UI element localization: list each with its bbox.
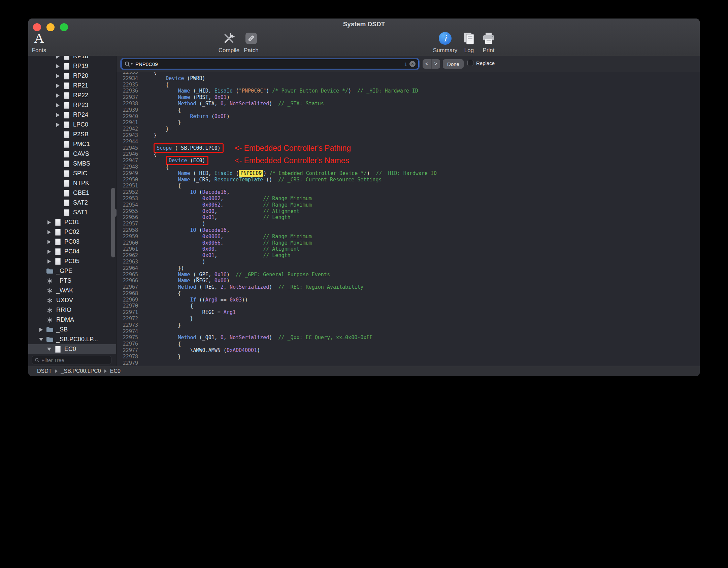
disclosure-triangle-collapsed[interactable] <box>54 103 62 107</box>
tree-item-label: RP22 <box>73 92 88 99</box>
tree-item-PC04[interactable]: PC04 <box>28 247 116 256</box>
disclosure-triangle-collapsed[interactable] <box>45 220 53 224</box>
tree-item-RP22[interactable]: RP22 <box>28 91 116 100</box>
search-query-text: PNP0C09 <box>135 61 402 67</box>
tree-item-label: SMBS <box>73 160 90 167</box>
disclosure-triangle-collapsed[interactable] <box>54 113 62 117</box>
disclosure-triangle-collapsed[interactable] <box>45 259 53 263</box>
tree-item-label: _PTS <box>56 277 71 284</box>
tree-item-RP19[interactable]: RP19 <box>28 61 116 71</box>
done-button[interactable]: Done <box>443 59 464 69</box>
window-title: System DSDT <box>28 21 700 28</box>
tree-item-label: RP21 <box>73 82 88 89</box>
tree-item-CAVS[interactable]: CAVS <box>28 149 116 159</box>
tree-item-P2SB[interactable]: P2SB <box>28 130 116 139</box>
tree-item-SAT2[interactable]: SAT2 <box>28 198 116 208</box>
code-line: 22979 <box>117 360 700 366</box>
tree-item-_SB.PC00.LP...[interactable]: _SB.PC00.LP... <box>28 334 116 344</box>
pane-splitter-handle[interactable] <box>113 209 117 217</box>
code-line: 22947 Device (EC0) <box>117 157 700 164</box>
disclosure-triangle-collapsed[interactable] <box>45 230 53 234</box>
fonts-button[interactable]: A Fonts <box>28 30 50 55</box>
line-number: 22940 <box>117 113 141 120</box>
print-button[interactable]: Print <box>473 30 504 55</box>
code-editor[interactable]: 22933 {22934 Device (PWRB)22935 {22936 N… <box>117 72 700 366</box>
doc-icon <box>63 131 71 139</box>
tree-item-RRIO[interactable]: RRIO <box>28 305 116 315</box>
code-line: 22962 0x01, // Length <box>117 252 700 259</box>
find-input[interactable]: PNP0C09 1 × <box>121 59 419 69</box>
tree-item-PC02[interactable]: PC02 <box>28 227 116 237</box>
tree-item-PC05[interactable]: PC05 <box>28 256 116 266</box>
tree-item-_WAK[interactable]: _WAK <box>28 286 116 295</box>
breadcrumb-item[interactable]: DSDT <box>37 368 52 374</box>
code-line: 22954 0x0062, // Range Maximum <box>117 202 700 208</box>
clear-search-button[interactable]: × <box>409 61 416 67</box>
search-icon <box>35 358 39 362</box>
find-next-button[interactable]: > <box>432 59 440 69</box>
line-number: 22939 <box>117 107 141 113</box>
tree-item-GBE1[interactable]: GBE1 <box>28 188 116 198</box>
tree-item-_PTS[interactable]: _PTS <box>28 276 116 286</box>
tree-item-RP18[interactable]: RP18 <box>28 56 116 61</box>
disclosure-triangle-collapsed[interactable] <box>37 328 45 332</box>
line-number: 22975 <box>117 334 141 341</box>
tree-item-RP23[interactable]: RP23 <box>28 100 116 110</box>
disclosure-triangle-expanded[interactable] <box>37 338 45 341</box>
find-previous-button[interactable]: < <box>423 59 432 69</box>
filter-placeholder: Filter Tree <box>41 357 64 363</box>
tree-item-SAT1[interactable]: SAT1 <box>28 208 116 217</box>
tree-item-PC01[interactable]: PC01 <box>28 217 116 227</box>
sidebar-scrollbar-thumb[interactable] <box>111 188 115 257</box>
tree-item-EC0[interactable]: EC0 <box>28 344 116 354</box>
tree-item-_GPE[interactable]: _GPE <box>28 266 116 276</box>
doc-icon <box>54 238 62 246</box>
breadcrumb-item[interactable]: _SB.PC00.LPC0 <box>61 368 101 374</box>
tree-item-UXDV[interactable]: UXDV <box>28 295 116 305</box>
tree-item-_SB[interactable]: _SB <box>28 325 116 334</box>
disclosure-triangle-expanded[interactable] <box>45 348 53 351</box>
line-number: 22972 <box>117 316 141 322</box>
code-line: 22960 0x0066, // Range Maximum <box>117 240 700 246</box>
doc-icon <box>63 160 71 168</box>
disclosure-triangle-collapsed[interactable] <box>54 84 62 88</box>
tree-item-SMBS[interactable]: SMBS <box>28 159 116 169</box>
disclosure-triangle-collapsed[interactable] <box>45 250 53 254</box>
tree-item-LPC0[interactable]: LPC0 <box>28 120 116 130</box>
tree-item-label: _GPE <box>56 268 72 275</box>
filter-tree-field[interactable]: Filter Tree <box>32 356 111 364</box>
disclosure-triangle-collapsed[interactable] <box>54 64 62 68</box>
patch-button[interactable]: Patch <box>236 30 266 55</box>
code-line: 22959 0x0066, // Range Minimum <box>117 234 700 240</box>
disclosure-triangle-collapsed[interactable] <box>54 74 62 78</box>
doc-icon <box>63 170 71 178</box>
tree-item-SPIC[interactable]: SPIC <box>28 169 116 178</box>
line-number: 22953 <box>117 196 141 202</box>
search-menu-icon[interactable] <box>124 61 133 67</box>
line-number: 22937 <box>117 94 141 101</box>
breadcrumb-item[interactable]: EC0 <box>110 368 121 374</box>
line-number: 22978 <box>117 354 141 360</box>
tree-item-PMC1[interactable]: PMC1 <box>28 139 116 149</box>
patch-label: Patch <box>236 47 266 54</box>
doc-icon <box>63 150 71 158</box>
disclosure-triangle-collapsed[interactable] <box>45 240 53 244</box>
line-number: 22970 <box>117 303 141 309</box>
tree-item-RP20[interactable]: RP20 <box>28 71 116 81</box>
sidebar: RP18RP19RP20RP21RP22RP23RP24LPC0P2SBPMC1… <box>28 56 117 366</box>
tree-item-NTPK[interactable]: NTPK <box>28 178 116 188</box>
disclosure-triangle-collapsed[interactable] <box>54 123 62 127</box>
tree-item-PC03[interactable]: PC03 <box>28 237 116 247</box>
code-line: 22961 0x00, // Alignment <box>117 246 700 252</box>
doc-icon <box>63 101 71 109</box>
tree-item-RP21[interactable]: RP21 <box>28 81 116 91</box>
line-number: 22945 <box>117 145 141 151</box>
line-number: 22957 <box>117 221 141 227</box>
disclosure-triangle-collapsed[interactable] <box>54 56 62 59</box>
disclosure-triangle-collapsed[interactable] <box>54 94 62 98</box>
tree-item-RP24[interactable]: RP24 <box>28 110 116 120</box>
tree-item-label: RP20 <box>73 72 88 79</box>
replace-checkbox[interactable] <box>467 60 473 66</box>
code-line: 22970 { <box>117 303 700 309</box>
tree-item-RDMA[interactable]: RDMA <box>28 315 116 325</box>
